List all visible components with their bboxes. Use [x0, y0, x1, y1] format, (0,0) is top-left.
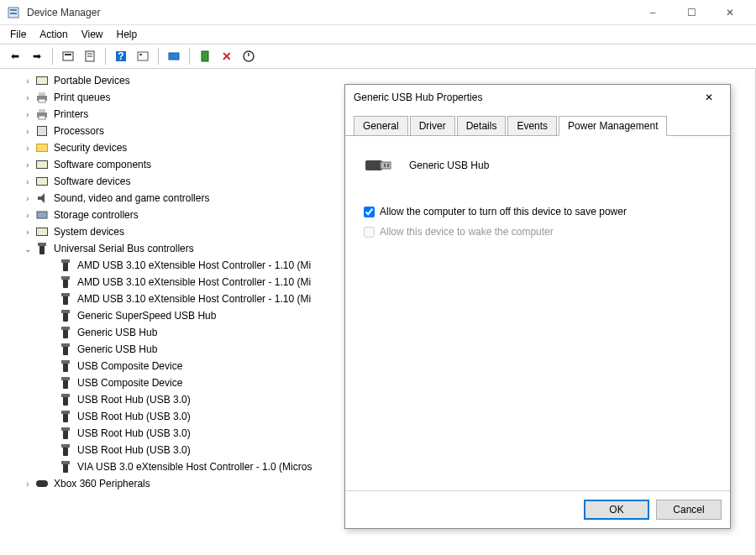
device-name-label: Generic USB Hub: [409, 160, 489, 171]
forward-button[interactable]: ➡: [27, 46, 47, 66]
expander-icon: [45, 394, 57, 406]
svg-rect-23: [365, 160, 382, 170]
tree-item-label: USB Root Hub (USB 3.0): [77, 394, 191, 406]
checkbox-allow-wake: [364, 227, 375, 238]
checkbox-allow-turnoff[interactable]: [364, 207, 375, 217]
expander-icon: [45, 327, 57, 338]
toolbar-separator: [158, 48, 159, 65]
tree-item-label: VIA USB 3.0 eXtensible Host Controller -…: [77, 461, 312, 473]
show-hidden-button[interactable]: [58, 46, 78, 66]
svg-rect-12: [169, 53, 179, 60]
usb-icon: [59, 292, 72, 306]
tab-power-management[interactable]: Power Management: [559, 116, 667, 136]
toolbar-separator: [105, 48, 106, 65]
window-title: Device Manager: [27, 7, 633, 18]
menu-bar: File Action View Help: [0, 25, 756, 44]
printer-icon: [35, 91, 49, 104]
cancel-button[interactable]: Cancel: [656, 500, 722, 520]
expander-icon: [45, 310, 57, 322]
printer-icon: [35, 107, 49, 121]
device-icon: [35, 225, 49, 238]
expander-icon: [45, 343, 57, 355]
menu-file[interactable]: File: [3, 27, 33, 42]
folder-icon: [35, 141, 49, 154]
usb-icon: [59, 259, 72, 272]
tree-item-label: Software devices: [54, 175, 130, 187]
storage-icon: [35, 208, 49, 222]
minimize-button[interactable]: –: [633, 0, 672, 25]
properties-button[interactable]: [80, 46, 100, 66]
tree-item-label: AMD USB 3.10 eXtensible Host Controller …: [77, 293, 311, 305]
device-icon: [35, 175, 49, 188]
svg-rect-19: [39, 109, 45, 113]
tab-details[interactable]: Details: [457, 116, 507, 136]
window-controls: – ☐ ✕: [633, 0, 749, 25]
usb-icon: [59, 343, 72, 356]
tree-item-label: AMD USB 3.10 eXtensible Host Controller …: [77, 276, 311, 288]
usb-icon: [59, 275, 72, 289]
expander-icon[interactable]: ›: [22, 226, 34, 238]
tree-item-label: USB Composite Device: [77, 377, 182, 389]
tree-item-label: Print queues: [54, 92, 110, 103]
expander-icon[interactable]: ›: [22, 192, 34, 204]
expander-icon[interactable]: ›: [22, 159, 34, 170]
expander-icon[interactable]: ›: [22, 175, 34, 187]
device-icon: [35, 74, 49, 87]
close-button[interactable]: ✕: [711, 0, 749, 25]
tab-general[interactable]: General: [354, 116, 408, 136]
checkbox-allow-turnoff-label: Allow the computer to turn off this devi…: [380, 206, 627, 217]
tree-item-label: Generic SuperSpeed USB Hub: [77, 310, 216, 322]
cpu-icon: [35, 124, 49, 138]
update-driver-button[interactable]: [195, 46, 215, 66]
usb-icon: [59, 376, 72, 390]
expander-icon: [45, 360, 57, 372]
maximize-button[interactable]: ☐: [672, 0, 711, 25]
usb-icon: [59, 393, 72, 406]
menu-help[interactable]: Help: [110, 27, 144, 42]
expander-icon[interactable]: ›: [22, 209, 34, 221]
usb-icon: [59, 359, 72, 373]
tree-item-label: AMD USB 3.10 eXtensible Host Controller …: [77, 259, 311, 271]
tree-item-label: USB Root Hub (USB 3.0): [77, 444, 191, 456]
expander-icon[interactable]: ›: [22, 125, 34, 137]
dialog-close-button[interactable]: ✕: [696, 85, 722, 110]
back-arrow-icon: ⬅: [11, 50, 19, 62]
tree-item-label: Security devices: [54, 142, 127, 154]
menu-view[interactable]: View: [75, 27, 110, 42]
expander-icon[interactable]: ›: [22, 142, 34, 154]
scan-hardware-button[interactable]: [164, 46, 184, 66]
tree-item-label: System devices: [54, 226, 124, 238]
expander-icon[interactable]: ⌄: [22, 243, 34, 254]
tab-events[interactable]: Events: [507, 116, 557, 136]
expander-icon[interactable]: ›: [22, 108, 34, 120]
expander-icon: [45, 377, 57, 389]
device-icon: [35, 158, 49, 171]
maximize-icon: ☐: [687, 7, 696, 18]
svg-rect-2: [10, 13, 17, 14]
expander-icon: [45, 293, 57, 305]
expander-icon: [45, 259, 57, 271]
expander-icon[interactable]: ›: [22, 75, 34, 86]
controller-icon: [35, 477, 49, 490]
usb-icon: [59, 309, 72, 322]
usb-hub-icon: [364, 150, 394, 181]
menu-action[interactable]: Action: [33, 27, 74, 42]
ok-button[interactable]: OK: [584, 500, 649, 520]
tree-item-label: Portable Devices: [54, 75, 130, 86]
svg-rect-3: [63, 52, 73, 60]
expander-icon[interactable]: ›: [22, 92, 34, 103]
expander-icon: [45, 461, 57, 473]
tab-driver[interactable]: Driver: [410, 116, 455, 136]
checkbox-allow-turnoff-row[interactable]: Allow the computer to turn off this devi…: [364, 206, 711, 217]
uninstall-button[interactable]: ✕: [217, 46, 237, 66]
expander-icon[interactable]: ›: [22, 478, 34, 490]
action-button[interactable]: [133, 46, 153, 66]
tree-item-label: USB Root Hub (USB 3.0): [77, 411, 191, 422]
help-button[interactable]: ?: [111, 46, 131, 66]
usb-icon: [59, 326, 72, 339]
svg-rect-22: [37, 212, 47, 218]
tree-item-label: Storage controllers: [54, 209, 139, 221]
disable-button[interactable]: [239, 46, 259, 66]
tree-item-label: Generic USB Hub: [77, 343, 157, 355]
back-button[interactable]: ⬅: [5, 46, 25, 66]
